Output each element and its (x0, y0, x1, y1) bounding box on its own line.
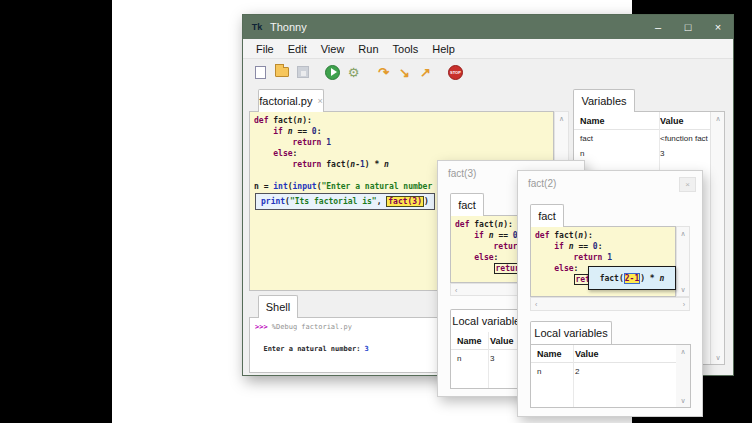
app-icon: Tk (249, 19, 265, 35)
scroll-down-icon[interactable]: ∨ (711, 354, 725, 361)
save-icon (297, 66, 309, 78)
window-title: Thonny (270, 21, 307, 33)
tab-local-variables[interactable]: Local variables (530, 321, 612, 344)
tab-label: Local variables (452, 315, 525, 327)
stop-icon: STOP (448, 65, 463, 80)
tab-label: factorial.py (259, 95, 312, 107)
new-file-icon (255, 66, 266, 79)
debug-button[interactable]: ⚙ (345, 63, 362, 81)
variables-header: Name Value (574, 112, 724, 130)
toolbar: ⚙ ↷ ↘ ↗ STOP (243, 59, 733, 85)
tab-fact[interactable]: fact (530, 204, 564, 227)
scroll-right-icon[interactable]: › (683, 301, 685, 308)
step-out-button[interactable]: ↗ (417, 63, 434, 81)
step-out-icon: ↗ (420, 66, 431, 79)
step-over-icon: ↷ (378, 66, 389, 79)
locals-header: Name Value (531, 345, 690, 363)
evaluation-popup: fact(2-1) * n (588, 266, 676, 290)
run-button[interactable] (324, 63, 341, 81)
column-divider (573, 345, 574, 407)
menu-file[interactable]: File (249, 39, 281, 59)
frame-title: fact(3) (448, 168, 476, 179)
step-over-button[interactable]: ↷ (375, 63, 392, 81)
open-file-button[interactable] (273, 63, 290, 81)
locals-scrollbar[interactable]: ∧ ∨ (676, 345, 690, 407)
table-cell: 3 (654, 145, 710, 160)
tab-label: Shell (266, 301, 290, 313)
table-cell: n (574, 145, 654, 160)
frame-title: fact(2) (528, 178, 556, 189)
scroll-down-icon[interactable]: ∨ (677, 286, 689, 293)
scroll-up-icon[interactable]: ∧ (676, 348, 690, 355)
frame-close-button[interactable]: × (679, 177, 696, 192)
step-into-button[interactable]: ↘ (396, 63, 413, 81)
background: Tk Thonny – □ × File Edit View Run Tools… (112, 0, 632, 423)
code-line: return 1 (535, 252, 675, 263)
open-folder-icon (275, 67, 289, 77)
menu-edit[interactable]: Edit (281, 39, 314, 59)
window-controls: – □ × (643, 15, 733, 39)
tab-label: fact (458, 199, 476, 211)
run-play-icon (325, 65, 340, 80)
frame-vscrollbar[interactable]: ∧ ∨ (676, 226, 690, 297)
tab-variables[interactable]: Variables (573, 89, 635, 112)
code-line: if n == 0: (254, 126, 553, 137)
frame-hscrollbar[interactable]: ‹ › (530, 297, 690, 311)
column-header-value[interactable]: Value (654, 112, 710, 129)
table-row[interactable]: fact<function fact a (574, 130, 724, 145)
tab-label: Local variables (534, 327, 607, 339)
code-line: else: (254, 148, 553, 159)
local-variables-table: Name Value n2 ∧ ∨ (530, 344, 691, 408)
close-button[interactable]: × (703, 15, 733, 39)
new-file-button[interactable] (252, 63, 269, 81)
table-cell: 2 (569, 363, 663, 378)
save-file-button[interactable] (294, 63, 311, 81)
debug-gear-icon: ⚙ (348, 66, 360, 79)
locals-rows: n2 (531, 363, 690, 378)
code-line: def fact(n): (535, 230, 675, 241)
table-cell: fact (574, 130, 654, 145)
column-divider (488, 332, 489, 388)
code-line: fact(2-1) * n (600, 273, 665, 284)
table-row[interactable]: n2 (531, 363, 690, 378)
menu-view[interactable]: View (314, 39, 352, 59)
variables-scrollbar[interactable]: ∧ ∨ (710, 112, 725, 364)
tab-label: Variables (581, 95, 626, 107)
menu-tools[interactable]: Tools (386, 39, 426, 59)
scroll-up-icon[interactable]: ∧ (555, 115, 568, 122)
scroll-down-icon[interactable]: ∨ (676, 397, 690, 404)
table-cell: n (531, 363, 569, 378)
scroll-up-icon[interactable]: ∧ (677, 230, 689, 237)
menubar: File Edit View Run Tools Help (243, 39, 733, 59)
scroll-left-icon[interactable]: ‹ (455, 286, 457, 293)
column-header-name[interactable]: Name (574, 112, 654, 129)
active-statement-box: print("Its factorial is", fact(3)) (255, 193, 435, 210)
stack-frame-fact2-window: fact(2) × fact def fact(n): if n == 0: r… (517, 170, 703, 417)
stop-button[interactable]: STOP (447, 63, 464, 81)
maximize-button[interactable]: □ (673, 15, 703, 39)
code-line: if n == 0: (535, 241, 675, 252)
minimize-button[interactable]: – (643, 15, 673, 39)
tab-shell[interactable]: Shell (258, 295, 298, 318)
code-line: def fact(n): (254, 115, 553, 126)
tab-label: fact (538, 210, 556, 222)
tab-factorial-py[interactable]: factorial.py × (258, 89, 324, 112)
tab-fact[interactable]: fact (450, 193, 484, 216)
column-header-name[interactable]: Name (531, 345, 569, 362)
scroll-left-icon[interactable]: ‹ (535, 301, 537, 308)
table-row[interactable]: n3 (574, 145, 724, 160)
menu-help[interactable]: Help (425, 39, 462, 59)
column-header-value[interactable]: Value (569, 345, 663, 362)
step-into-icon: ↘ (399, 66, 410, 79)
table-cell: <function fact a (654, 130, 710, 145)
column-header-name[interactable]: Name (451, 332, 484, 349)
variables-rows: fact<function fact an3 (574, 130, 724, 160)
table-cell: n (451, 350, 484, 365)
scroll-up-icon[interactable]: ∧ (711, 115, 725, 122)
menu-run[interactable]: Run (351, 39, 385, 59)
titlebar[interactable]: Tk Thonny – □ × (243, 15, 733, 39)
tab-close-icon[interactable]: × (317, 96, 322, 106)
code-line: return 1 (254, 137, 553, 148)
